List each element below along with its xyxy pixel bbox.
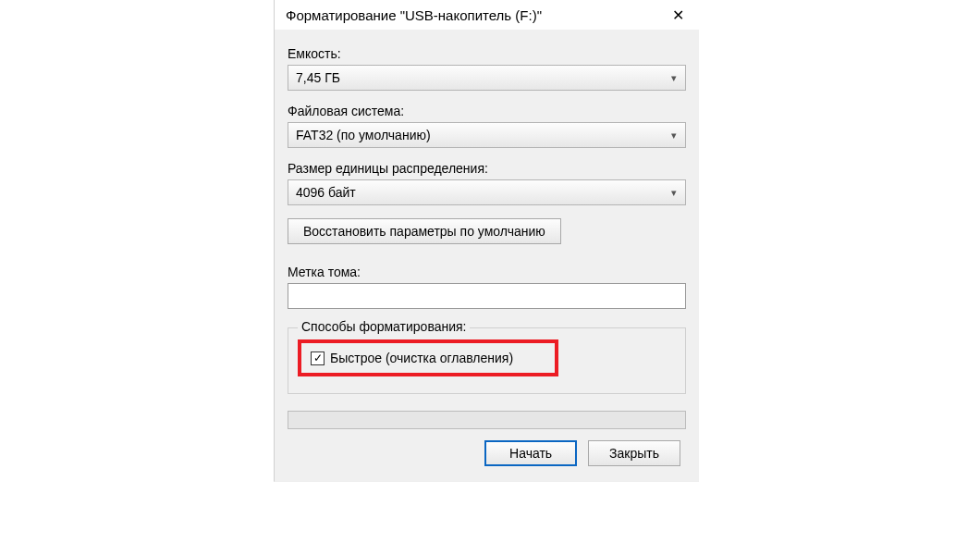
quick-format-checkbox[interactable]: ✓ [311, 352, 325, 365]
allocation-value: 4096 байт [288, 185, 663, 200]
allocation-dropdown[interactable]: 4096 байт ▾ [288, 179, 686, 205]
allocation-label: Размер единицы распределения: [288, 161, 686, 176]
chevron-down-icon: ▾ [663, 130, 685, 142]
format-dialog: Форматирование "USB-накопитель (F:)" ✕ Е… [274, 0, 699, 482]
close-button[interactable]: Закрыть [588, 440, 680, 466]
progress-bar [288, 411, 686, 429]
format-options-legend: Способы форматирования: [298, 319, 470, 334]
filesystem-value: FAT32 (по умолчанию) [288, 128, 663, 142]
chevron-down-icon: ▾ [663, 72, 685, 84]
volume-label-label: Метка тома: [288, 265, 686, 279]
capacity-value: 7,45 ГБ [288, 70, 663, 85]
capacity-dropdown[interactable]: 7,45 ГБ ▾ [288, 65, 686, 91]
restore-defaults-button[interactable]: Восстановить параметры по умолчанию [288, 218, 561, 244]
titlebar: Форматирование "USB-накопитель (F:)" ✕ [275, 0, 699, 30]
format-options-group: Способы форматирования: ✓ Быстрое (очист… [288, 327, 686, 394]
capacity-label: Емкость: [288, 46, 686, 61]
start-button[interactable]: Начать [484, 440, 577, 466]
highlight-box: ✓ Быстрое (очистка оглавления) [298, 339, 558, 376]
dialog-content: Емкость: 7,45 ГБ ▾ Файловая система: FAT… [275, 30, 699, 472]
dialog-title: Форматирование "USB-накопитель (F:)" [286, 7, 656, 23]
filesystem-dropdown[interactable]: FAT32 (по умолчанию) ▾ [288, 122, 686, 148]
quick-format-label: Быстрое (очистка оглавления) [330, 351, 513, 365]
volume-label-input[interactable] [288, 283, 686, 309]
filesystem-label: Файловая система: [288, 104, 686, 118]
close-icon[interactable]: ✕ [656, 0, 699, 30]
chevron-down-icon: ▾ [663, 187, 685, 199]
